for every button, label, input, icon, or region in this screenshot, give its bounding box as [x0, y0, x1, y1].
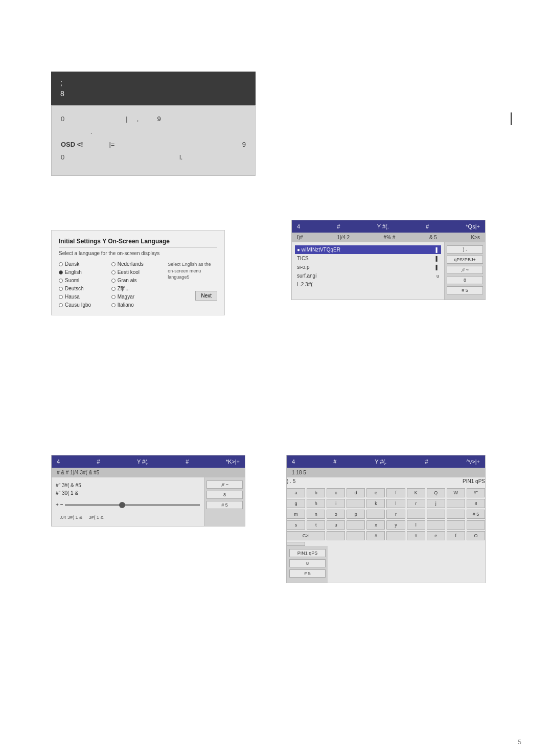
ch-sidebar-btn1[interactable]: ) . — [447, 245, 483, 254]
radio-zfjf[interactable] — [111, 287, 116, 291]
ch-sidebar-btn2[interactable]: qPS*PBJ+ — [447, 256, 483, 264]
pic-sidebar-btn3[interactable]: # 5 — [206, 501, 243, 509]
lang-nederlands[interactable]: Nederlands — [111, 261, 161, 267]
lang-magyar[interactable]: Magyar — [111, 294, 161, 300]
key-k[interactable]: k — [366, 499, 385, 508]
ch-hdr-col2: # — [337, 223, 340, 230]
lang-deutsch[interactable]: Deutsch — [59, 286, 108, 291]
key-d[interactable]: d — [347, 488, 365, 497]
key-l[interactable]: l — [386, 499, 405, 508]
key-u[interactable]: u — [327, 520, 345, 530]
key-e[interactable]: e — [366, 488, 385, 497]
pin-panel: 4 # Y #(. # ^v>|+ 1 18 5 ) . 5 PIN1 qPS … — [286, 455, 486, 583]
slider-container[interactable]: + ~ — [56, 502, 200, 508]
key-f2[interactable]: f — [447, 531, 465, 540]
key-ctrl[interactable]: C>l — [287, 531, 325, 540]
radio-causu[interactable] — [59, 303, 63, 307]
key-h[interactable]: h — [307, 499, 325, 508]
radio-gran[interactable] — [111, 279, 116, 283]
key-hash5[interactable]: # 5 — [467, 510, 485, 519]
key-j[interactable]: j — [427, 499, 445, 508]
key-b[interactable]: b — [307, 488, 325, 497]
radio-magyar[interactable] — [111, 295, 116, 299]
key-blank8 — [427, 520, 445, 530]
key-blank2 — [447, 499, 465, 508]
ch-sub-col2: 1|/4 2 — [337, 235, 350, 240]
channel-icon-1: ▌ — [436, 247, 439, 253]
pin-header: 4 # Y #(. # ^v>|+ — [287, 455, 485, 468]
key-s[interactable]: s — [287, 520, 305, 530]
pin-sidebar-btn3[interactable]: # 5 — [289, 569, 326, 578]
lang-hausa[interactable]: Hausa — [59, 294, 108, 300]
key-hash2[interactable]: # — [366, 531, 385, 540]
channel-name-4: surf.angi — [297, 273, 434, 279]
key-O[interactable]: O — [467, 531, 485, 540]
lang-causu[interactable]: Causu Igbo — [59, 302, 108, 308]
radio-dansk[interactable] — [59, 262, 63, 266]
radio-nederlands[interactable] — [111, 262, 116, 266]
lang-dansk[interactable]: Dansk — [59, 261, 108, 267]
picture-footer: .04 3#( 1 & 3#( 1 & — [56, 513, 200, 522]
key-blank9 — [447, 520, 465, 530]
key-W[interactable]: W — [447, 488, 465, 497]
key-n[interactable]: n — [307, 510, 325, 519]
key-r[interactable]: r — [407, 499, 425, 508]
pic-sidebar-btn1[interactable]: ,# ~ — [206, 480, 243, 489]
lang-english[interactable]: English — [59, 269, 108, 275]
key-blank4 — [407, 510, 425, 519]
lang-italiano[interactable]: Italiano — [111, 302, 161, 308]
key-g[interactable]: g — [287, 499, 305, 508]
radio-hausa[interactable] — [59, 295, 63, 299]
key-c[interactable]: c — [327, 488, 345, 497]
radio-deutsch[interactable] — [59, 287, 63, 291]
key-e2[interactable]: e — [427, 531, 445, 540]
key-l2[interactable]: l — [407, 520, 425, 530]
channel-item-5[interactable]: l .2 3#( — [295, 280, 441, 289]
key-a[interactable]: a — [287, 488, 305, 497]
key-i[interactable]: i — [327, 499, 345, 508]
slider-bar[interactable] — [65, 504, 200, 506]
pic-sidebar-btn2[interactable]: 8 — [206, 491, 243, 499]
key-K[interactable]: K — [407, 488, 425, 497]
channel-item-3[interactable]: si-o.p ▌ — [295, 263, 441, 271]
radio-suomi[interactable] — [59, 279, 63, 283]
key-hash[interactable]: #" — [467, 488, 485, 497]
language-panel: Initial Settings Y On-Screen Language Se… — [51, 230, 225, 315]
radio-italiano[interactable] — [111, 303, 116, 307]
key-hash3[interactable]: # — [407, 531, 425, 540]
lang-col-left: Dansk English Suomi Deutsch Hausa Causu … — [59, 261, 108, 308]
key-x[interactable]: x — [366, 520, 385, 530]
row3-col1: 0 — [61, 153, 122, 161]
key-t[interactable]: t — [307, 520, 325, 530]
lang-gran[interactable]: Gran ais — [111, 278, 161, 283]
channel-item-4[interactable]: surf.angi u — [295, 271, 441, 280]
radio-english[interactable] — [59, 270, 63, 274]
slider-thumb[interactable] — [119, 502, 125, 508]
ch-sidebar-btn5[interactable]: # 5 — [447, 286, 483, 294]
pin-sidebar-btn2[interactable]: 8 — [289, 559, 326, 567]
ch-sidebar-btn4[interactable]: 8 — [447, 276, 483, 284]
key-r2[interactable]: r — [386, 510, 405, 519]
radio-eesti[interactable] — [111, 270, 116, 274]
key-m[interactable]: m — [287, 510, 305, 519]
channel-item-2[interactable]: TICS ▌ — [295, 254, 441, 263]
ch-sidebar-btn3[interactable]: ,# ~ — [447, 266, 483, 274]
lang-suomi[interactable]: Suomi — [59, 278, 108, 283]
pin-main: ) . 5 PIN1 qPS a b c d e f K Q W #" g h … — [287, 477, 485, 546]
row1-col1: 0 — [61, 115, 122, 123]
key-o[interactable]: o — [327, 510, 345, 519]
lang-zfjf[interactable]: Zfjf'... — [111, 286, 161, 291]
channel-icon-3: ▌ — [436, 265, 439, 270]
channel-item-1[interactable]: ● wIMINztVTQqER ▌ — [295, 245, 441, 254]
key-8[interactable]: 8 — [467, 499, 485, 508]
key-f[interactable]: f — [386, 488, 405, 497]
key-p[interactable]: p — [347, 510, 365, 519]
channel-list: ● wIMINztVTQqER ▌ TICS ▌ si-o.p ▌ surf.a… — [292, 242, 444, 300]
key-y[interactable]: y — [386, 520, 405, 530]
lang-eesti[interactable]: Eesti kool — [111, 269, 161, 275]
key-Q[interactable]: Q — [427, 488, 445, 497]
picture-sidebar: ,# ~ 8 # 5 — [204, 477, 245, 526]
channel-header: 4 # Y #(. # *Qs|+ — [292, 220, 485, 233]
pin-sidebar-btn1[interactable]: PIN1 qPS — [289, 549, 326, 557]
next-button[interactable]: Next — [195, 291, 217, 301]
